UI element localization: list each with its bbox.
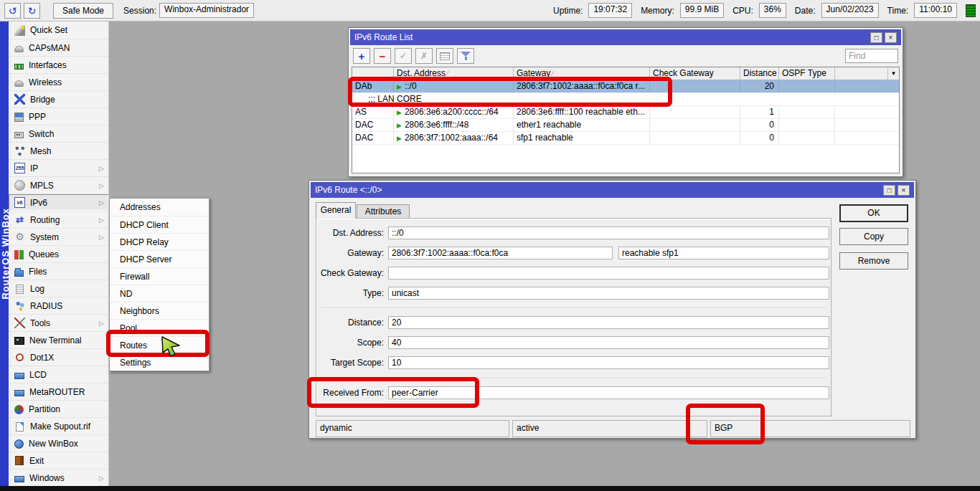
sidebar-item-queues[interactable]: Queues <box>9 245 108 262</box>
gateway-field[interactable]: 2806:3f7:1002:aaaa::f0ca:f0ca <box>388 247 613 259</box>
route-marker-icon: ▶ <box>397 109 402 116</box>
sidebar-item-system[interactable]: ⚙System▷ <box>9 228 108 245</box>
ospf-type-column-header[interactable]: OSPF Type <box>779 67 835 80</box>
type-field[interactable]: unicast <box>388 287 829 300</box>
check-gateway-label: Check Gateway: <box>316 268 388 278</box>
sidebar-item-bridge[interactable]: Bridge <box>9 90 108 108</box>
maximize-icon[interactable]: □ <box>870 32 882 43</box>
sidebar-item-mesh[interactable]: Mesh <box>9 142 108 159</box>
submenu-item-pool[interactable]: Pool <box>110 319 209 336</box>
sidebar-item-windows[interactable]: Windows▷ <box>9 469 108 486</box>
filter-button[interactable] <box>457 48 474 64</box>
sidebar-item-ppp[interactable]: PPP <box>9 108 108 125</box>
comment-button[interactable] <box>436 48 453 64</box>
table-row[interactable]: DAb ▶::/0 2806:3f7:1002:aaaa::f0ca:f0ca … <box>352 80 899 93</box>
find-input[interactable] <box>846 49 897 62</box>
wireless-icon <box>14 80 24 87</box>
submenu-item-routes[interactable]: Routes <box>110 336 209 353</box>
sort-asc-icon: ∕ <box>552 70 553 77</box>
enable-route-button[interactable]: ✓ <box>395 48 412 64</box>
table-row[interactable]: AS ▶2806:3e6:a200:cccc::/64 2806:3e6:fff… <box>352 106 899 119</box>
distance-field[interactable]: 20 <box>388 316 829 329</box>
remove-button[interactable]: Remove <box>839 252 908 270</box>
row-ospf-type <box>779 80 835 92</box>
table-row[interactable]: DAC ▶2806:3e6:ffff::/48 ether1 reachable… <box>352 119 899 132</box>
sidebar-item-radius[interactable]: RADIUS <box>9 297 108 314</box>
sidebar-item-new-terminal[interactable]: New Terminal <box>9 331 108 348</box>
column-label: Gateway <box>517 68 550 78</box>
sidebar-item-dot1x[interactable]: Dot1X <box>9 348 108 366</box>
sidebar-item-capsman[interactable]: CAPsMAN <box>9 39 108 56</box>
sidebar-item-log[interactable]: Log <box>9 280 108 297</box>
sidebar-item-wireless[interactable]: Wireless <box>9 73 108 90</box>
remove-route-button[interactable]: − <box>374 48 391 64</box>
ip-icon: 255 <box>14 163 25 173</box>
sidebar-item-quick-set[interactable]: Quick Set <box>9 22 108 39</box>
time-value: 11:00:10 <box>914 3 957 18</box>
submenu-item-neighbors[interactable]: Neighbors <box>110 302 209 319</box>
submenu-item-firewall[interactable]: Firewall <box>110 267 209 285</box>
sidebar-item-exit[interactable]: Exit <box>9 452 108 469</box>
table-row[interactable]: DAC ▶2806:3f7:1002:aaaa::/64 sfp1 reacha… <box>352 132 899 145</box>
flags-column-header[interactable] <box>352 67 394 80</box>
top-toolbar: ↺ ↻ Safe Mode Session: Winbox-Administra… <box>0 0 980 22</box>
route-dialog-titlebar[interactable]: IPv6 Route <::/0> □ × <box>311 182 914 198</box>
maximize-icon[interactable]: □ <box>883 185 895 196</box>
disable-route-button[interactable]: ✗ <box>415 48 433 64</box>
sidebar-item-ip[interactable]: 255IP▷ <box>9 159 108 176</box>
submenu-item-dhcp-client[interactable]: DHCP Client <box>110 216 209 233</box>
submenu-item-addresses[interactable]: Addresses <box>110 199 209 216</box>
dst-address-field[interactable]: ::/0 <box>388 227 829 239</box>
submenu-item-dhcp-relay[interactable]: DHCP Relay <box>110 233 209 250</box>
add-route-button[interactable]: + <box>353 48 370 64</box>
sidebar-item-partition[interactable]: Partition <box>9 400 108 417</box>
row-flags: DAC <box>352 119 394 131</box>
brand-strip: RouterOS WinBox <box>0 22 9 486</box>
sidebar-item-interfaces[interactable]: Interfaces <box>9 56 108 73</box>
session-value[interactable]: Winbox-Administrador <box>159 3 254 18</box>
windows-icon <box>14 476 24 482</box>
target-scope-field[interactable]: 10 <box>388 356 829 369</box>
chevron-right-icon: ▷ <box>99 182 104 189</box>
ok-button[interactable]: OK <box>839 204 908 222</box>
tab-general[interactable]: General <box>316 202 356 219</box>
sidebar-item-make-supout[interactable]: Make Supout.rif <box>9 417 108 434</box>
sidebar-item-metarouter[interactable]: MetaROUTER <box>9 383 108 400</box>
column-label: Dst. Address <box>397 68 446 78</box>
close-icon[interactable]: × <box>885 32 897 43</box>
copy-button[interactable]: Copy <box>839 228 908 245</box>
submenu-item-settings[interactable]: Settings <box>110 353 209 371</box>
sidebar-item-lcd[interactable]: LCD <box>9 366 108 383</box>
submenu-item-dhcp-server[interactable]: DHCP Server <box>110 250 209 267</box>
table-row-comment[interactable]: ;;; LAN CORE <box>352 93 899 106</box>
gateway-column-header[interactable]: Gateway∕ <box>514 67 650 80</box>
system-icon: ⚙ <box>14 232 25 242</box>
tab-attributes[interactable]: Attributes <box>357 204 410 219</box>
sidebar-item-mpls[interactable]: MPLS▷ <box>9 176 108 194</box>
scope-field[interactable]: 40 <box>388 336 829 349</box>
sidebar-item-ipv6[interactable]: v6IPv6▷ <box>9 194 108 211</box>
uptime-value: 19:07:32 <box>588 3 632 18</box>
undo-button[interactable]: ↺ <box>4 3 21 19</box>
received-from-field[interactable]: peer-Carrier <box>388 386 829 399</box>
sidebar-item-switch[interactable]: Switch <box>9 125 108 142</box>
sidebar-item-new-winbox[interactable]: New WinBox <box>9 434 108 452</box>
undo-icon: ↺ <box>9 5 17 16</box>
redo-button[interactable]: ↻ <box>24 3 40 19</box>
sidebar-item-routing[interactable]: ⇄Routing▷ <box>9 211 108 228</box>
general-tab-content: Dst. Address: ::/0 Gateway: 2806:3f7:100… <box>316 218 831 416</box>
column-dropdown-button[interactable]: ▼ <box>887 67 899 80</box>
row-filler <box>835 80 899 92</box>
sidebar-item-label: Log <box>30 284 44 294</box>
distance-column-header[interactable]: Distance <box>740 67 779 80</box>
close-icon[interactable]: × <box>897 185 910 196</box>
check-gateway-column-header[interactable]: Check Gateway <box>650 67 740 80</box>
route-list-titlebar[interactable]: IPv6 Route List □ × <box>350 29 901 45</box>
sidebar-item-files[interactable]: Files <box>9 262 108 280</box>
check-gateway-field[interactable] <box>388 267 829 280</box>
sidebar-item-label: Bridge <box>30 95 55 105</box>
dst-address-column-header[interactable]: Dst. Address∕ <box>394 67 514 80</box>
safe-mode-button[interactable]: Safe Mode <box>53 3 113 19</box>
submenu-item-nd[interactable]: ND <box>110 285 209 302</box>
sidebar-item-tools[interactable]: Tools▷ <box>9 314 108 331</box>
